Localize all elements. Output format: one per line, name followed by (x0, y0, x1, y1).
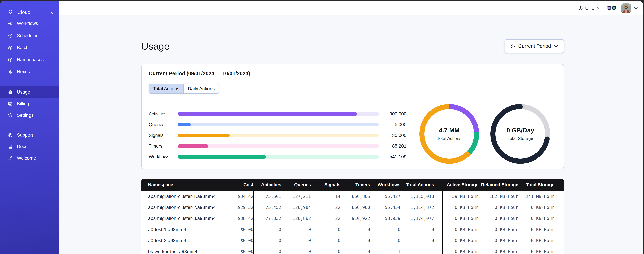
temporal-cloud-logo-icon (8, 10, 14, 15)
batch-icon (8, 45, 13, 50)
timezone-selector[interactable]: UTC (578, 6, 601, 11)
settings-icon (8, 113, 13, 118)
bar-fill (178, 123, 191, 126)
table-row: a0-test-2.a98mm4$0.000000000 KB-Hour0 KB… (141, 235, 564, 246)
sidebar-item-namespaces[interactable]: Namespaces (0, 54, 59, 66)
sidebar-item-batch[interactable]: Batch (0, 42, 59, 54)
table-cell: 1,114,872 (400, 205, 434, 210)
table-cell: 0 (254, 249, 281, 254)
column-header-retained-storage: Retained Storage (478, 182, 518, 188)
sidebar-item-label: Usage (17, 90, 30, 95)
billing-icon (8, 101, 13, 106)
bar-fill (178, 144, 208, 148)
table-cell: 0 KB-Hour (442, 227, 478, 232)
bar-track (178, 112, 379, 116)
sidebar-item-welcome[interactable]: Welcome (0, 152, 59, 164)
collapse-sidebar-icon[interactable] (50, 10, 54, 14)
table-cell: 0 (311, 249, 340, 254)
sidebar-item-workflows[interactable]: Workflows (0, 18, 59, 30)
sidebar-item-label: Welcome (17, 156, 36, 161)
table-cell: 0 KB-Hour (518, 227, 554, 232)
bar-value: 130,000 (379, 133, 406, 138)
total-actions-donut: 4.7 MM Total Actions (420, 104, 479, 164)
bar-track (178, 144, 379, 148)
donut-segment-activities (449, 106, 476, 132)
sidebar: Cloud Workflows (0, 1, 59, 254)
bar-row-queries: Queries 5,000 (149, 121, 406, 128)
sidebar-item-nexus[interactable]: Nexus (0, 66, 59, 78)
table-cell: 856,960 (340, 205, 370, 210)
table-cell: 0 (311, 238, 340, 243)
bar-fill (178, 155, 266, 159)
namespace-link[interactable]: a0-test-2.a98mm4 (148, 238, 186, 243)
table-cell: 22 (311, 205, 340, 210)
table-row: abs-migration-cluster-1.a98mm4$34.4275,5… (141, 191, 564, 202)
support-icon (8, 132, 13, 138)
usage-icon (8, 90, 13, 95)
sidebar-header: Cloud (0, 7, 59, 18)
bar-value: 85,201 (379, 144, 406, 149)
bar-row-activities: Activities 900,000 (149, 110, 406, 117)
table-cell: 0 KB-Hour (442, 238, 478, 243)
table-cell: 0 KB-Hour (518, 205, 554, 210)
chevron-down-icon (596, 6, 601, 10)
bar-label: Queries (149, 122, 178, 127)
namespace-link[interactable]: abs-migration-cluster-3.a98mm4 (148, 216, 216, 221)
actions-tab-group: Total Actions Daily Actions (149, 84, 219, 94)
table-cell: 0 (254, 227, 281, 232)
period-button-label: Current Period (518, 43, 551, 49)
bar-track (178, 155, 379, 159)
namespace-link[interactable]: bk-worker-test.a98mm4 (148, 249, 197, 254)
table-cell: 75,452 (254, 205, 281, 210)
tab-daily-actions[interactable]: Daily Actions (184, 84, 218, 93)
table-cell: 0 KB-Hour (442, 205, 478, 210)
sidebar-item-docs[interactable]: Docs (0, 141, 59, 152)
topbar: UTC (59, 1, 643, 15)
docs-icon (8, 144, 13, 149)
tab-total-actions[interactable]: Total Actions (149, 84, 184, 93)
sidebar-item-usage[interactable]: Usage (0, 86, 59, 98)
table-cell: 75,501 (254, 194, 281, 199)
chevron-down-icon (554, 44, 559, 48)
column-header-total-actions: Total Actions (400, 182, 434, 188)
bar-track (178, 123, 379, 126)
bar-label: Timers (149, 144, 178, 149)
table-cell: $0.00 (228, 238, 254, 243)
table-cell: 0 (370, 238, 400, 243)
table-cell: 1 (370, 249, 400, 254)
namespace-link[interactable]: abs-migration-cluster-1.a98mm4 (148, 194, 216, 199)
nerd-glasses-icon[interactable] (608, 6, 616, 11)
bar-track (178, 134, 379, 137)
table-cell: 0 (340, 238, 370, 243)
sidebar-item-billing[interactable]: Billing (0, 98, 59, 110)
stopwatch-icon (510, 43, 516, 49)
column-header-namespace: Namespace (141, 182, 228, 188)
account-chevron-down-icon[interactable] (633, 6, 638, 11)
nexus-icon (8, 69, 13, 74)
period-selector-button[interactable]: Current Period (504, 39, 564, 53)
avatar[interactable] (621, 3, 631, 13)
table-cell: $0.00 (228, 249, 254, 254)
table-cell: 0 KB-Hour (518, 249, 554, 254)
sidebar-divider (0, 125, 59, 125)
total-storage-donut: 0 GB/Day Total Storage (490, 104, 550, 164)
table-cell: 0 (281, 238, 311, 243)
table-cell: 0 (281, 249, 311, 254)
table-cell: 0 KB-Hour (478, 238, 518, 243)
sidebar-item-support[interactable]: Support (0, 129, 59, 141)
table-cell: 0 KB-Hour (442, 216, 478, 221)
sidebar-item-label: Schedules (17, 33, 38, 38)
table-cell: 0 KB-Hour (478, 205, 518, 210)
sidebar-item-label: Billing (17, 101, 29, 106)
sidebar-item-schedules[interactable]: Schedules (0, 30, 59, 42)
sidebar-item-settings[interactable]: Settings (0, 110, 59, 121)
schedules-icon (8, 33, 13, 38)
table-cell: 77,332 (254, 216, 281, 221)
table-row: abs-migration-cluster-2.a98mm4$29.3275,4… (141, 202, 564, 213)
namespaces-icon (8, 57, 13, 62)
table-cell: 126,862 (281, 216, 311, 221)
donut-segment-remaining (520, 106, 548, 139)
namespace-link[interactable]: abs-migration-cluster-2.a98mm4 (148, 205, 216, 210)
table-cell: 0 KB-Hour (478, 227, 518, 232)
namespace-link[interactable]: a0-test-1.a98mm4 (148, 227, 186, 232)
